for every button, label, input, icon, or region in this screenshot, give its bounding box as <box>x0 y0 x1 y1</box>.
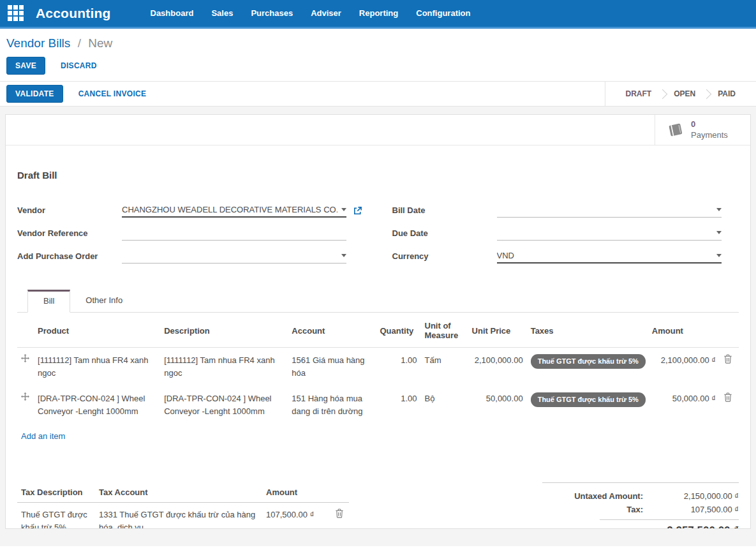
field-grid: Vendor CHANGZHOU WEADELL DECORATIVE MATE… <box>17 201 739 270</box>
caret-down-icon[interactable] <box>341 254 346 257</box>
tax-pill[interactable]: Thuế GTGT được khấu trừ 5% <box>531 392 646 407</box>
form-statusbar-row: VALIDATE CANCEL INVOICE DRAFT OPEN PAID <box>0 81 756 107</box>
add-line-link[interactable]: Add an item <box>21 431 65 441</box>
validate-button[interactable]: VALIDATE <box>6 85 63 103</box>
header-account: Account <box>288 314 376 348</box>
add-purchase-order-field[interactable] <box>122 248 346 264</box>
currency-label: Currency <box>392 251 497 264</box>
header-quantity: Quantity <box>376 314 420 348</box>
cancel-invoice-button[interactable]: CANCEL INVOICE <box>78 89 147 98</box>
app-title[interactable]: Accounting <box>36 6 111 21</box>
nav-dashboard[interactable]: Dashboard <box>142 0 203 27</box>
cell-taxes[interactable]: Thuế GTGT được khấu trừ 5% <box>527 348 648 387</box>
nav-configuration[interactable]: Configuration <box>407 0 479 27</box>
totals-panel: Untaxed Amount: 2,150,000.00 ₫ Tax: 107,… <box>542 482 739 529</box>
tax-pill[interactable]: Thuế GTGT được khấu trừ 5% <box>531 354 646 369</box>
nav-sales[interactable]: Sales <box>202 0 242 27</box>
cell-amount: 50,000.00 ₫ <box>648 386 720 424</box>
delete-row-button[interactable] <box>720 386 739 424</box>
button-box: 0 Payments <box>6 115 750 145</box>
cell-tax-description[interactable]: Thuế GTGT được khấu trừ 5% <box>17 502 95 529</box>
cell-description[interactable]: [DRA-TPR-CON-024 ] Wheel Conveyor -Lengh… <box>160 386 288 424</box>
drag-handle-icon[interactable] <box>17 348 34 387</box>
page-title: Draft Bill <box>17 170 739 181</box>
table-row[interactable]: [1111112] Tam nhua FR4 xanh ngoc [111111… <box>17 348 739 387</box>
trash-icon[interactable] <box>723 354 732 364</box>
content-area: 0 Payments Draft Bill Vendor CHANGZHOU W… <box>0 107 756 546</box>
header-amount: Amount <box>648 314 720 348</box>
due-date-field[interactable] <box>497 225 722 241</box>
cell-product[interactable]: [1111112] Tam nhua FR4 xanh ngoc <box>34 348 160 387</box>
payments-count: 0 <box>691 119 728 130</box>
cell-product[interactable]: [DRA-TPR-CON-024 ] Wheel Conveyor -Lengh… <box>34 386 160 424</box>
bill-date-field[interactable] <box>497 202 722 218</box>
statusbar: DRAFT OPEN PAID <box>605 82 756 106</box>
cell-quantity[interactable]: 1.00 <box>376 386 420 424</box>
caret-down-icon[interactable] <box>716 208 722 211</box>
journal-book-icon <box>667 123 685 138</box>
vendor-value[interactable]: CHANGZHOU WEADELL DECORATIVE MATERIALS C… <box>122 205 337 214</box>
page: Accounting Dashboard Sales Purchases Adv… <box>0 0 756 546</box>
breadcrumb-current: New <box>88 36 112 50</box>
external-link-icon[interactable] <box>353 206 362 218</box>
cell-tax-amount[interactable]: 107,500.00 ₫ <box>262 502 331 529</box>
header-product: Product <box>34 314 160 348</box>
cell-account[interactable]: 1561 Giá mua hàng hóa <box>288 348 376 387</box>
main-menu: Dashboard Sales Purchases Adviser Report… <box>142 0 480 27</box>
untaxed-amount-label: Untaxed Amount: <box>574 491 643 501</box>
status-open[interactable]: OPEN <box>662 89 707 98</box>
cell-amount: 2,100,000.00 ₫ <box>648 348 720 387</box>
nav-reporting[interactable]: Reporting <box>350 0 407 27</box>
cell-uom[interactable]: Bộ <box>421 386 468 424</box>
tax-value: 107,500.00 ₫ <box>643 505 739 514</box>
header-taxes: Taxes <box>527 314 648 348</box>
currency-field[interactable]: VND <box>497 248 722 264</box>
delete-row-button[interactable] <box>720 348 739 387</box>
trash-icon[interactable] <box>723 392 732 402</box>
table-row[interactable]: [DRA-TPR-CON-024 ] Wheel Conveyor -Lengh… <box>17 386 739 424</box>
vendor-field[interactable]: CHANGZHOU WEADELL DECORATIVE MATERIALS C… <box>122 202 346 218</box>
nav-purchases[interactable]: Purchases <box>242 0 302 27</box>
save-button[interactable]: SAVE <box>6 57 45 75</box>
payments-button[interactable]: 0 Payments <box>655 115 750 145</box>
tab-other-info[interactable]: Other Info <box>70 290 138 313</box>
header-tax-description: Tax Description <box>17 482 95 503</box>
tax-lines-table: Tax Description Tax Account Amount Thuế … <box>17 482 349 529</box>
drag-handle-icon[interactable] <box>17 386 34 424</box>
delete-row-button[interactable] <box>331 502 349 529</box>
tab-bill[interactable]: Bill <box>27 290 70 313</box>
tax-header-row: Tax Description Tax Account Amount <box>17 482 349 503</box>
cell-uom[interactable]: Tấm <box>421 348 468 387</box>
payments-label: Payments <box>691 130 728 140</box>
header-tax-account: Tax Account <box>95 482 262 503</box>
breadcrumb-separator: / <box>78 36 81 50</box>
cell-tax-account[interactable]: 1331 Thuế GTGT được khấu trừ của hàng hó… <box>95 502 262 529</box>
cell-description[interactable]: [1111112] Tam nhua FR4 xanh ngoc <box>160 348 288 387</box>
vendor-reference-field[interactable] <box>122 225 346 241</box>
caret-down-icon[interactable] <box>716 254 722 257</box>
cell-taxes[interactable]: Thuế GTGT được khấu trừ 5% <box>527 386 648 424</box>
apps-grid-icon[interactable] <box>8 5 24 22</box>
due-date-label: Due Date <box>392 228 497 241</box>
totals-divider <box>600 519 739 520</box>
status-draft[interactable]: DRAFT <box>614 89 663 98</box>
discard-button[interactable]: DISCARD <box>61 61 97 70</box>
cell-account[interactable]: 151 Hàng hóa mua dang di trên dường <box>288 386 376 424</box>
caret-down-icon[interactable] <box>341 208 346 211</box>
header-unit-price: Unit Price <box>468 314 527 348</box>
status-paid[interactable]: PAID <box>706 89 747 98</box>
table-row[interactable]: Thuế GTGT được khấu trừ 5% 1331 Thuế GTG… <box>17 502 349 529</box>
vendor-label: Vendor <box>17 205 122 218</box>
nav-adviser[interactable]: Adviser <box>302 0 350 27</box>
lines-header-row: Product Description Account Quantity Uni… <box>17 314 739 348</box>
trash-icon[interactable] <box>335 509 344 518</box>
breadcrumb: Vendor Bills / New <box>6 36 750 50</box>
invoice-lines-table: Product Description Account Quantity Uni… <box>17 314 739 425</box>
breadcrumb-vendor-bills[interactable]: Vendor Bills <box>6 36 70 50</box>
cell-unit-price[interactable]: 50,000.00 <box>468 386 527 424</box>
header-tax-amount: Amount <box>262 482 331 503</box>
currency-value[interactable]: VND <box>497 251 713 260</box>
cell-quantity[interactable]: 1.00 <box>376 348 420 387</box>
cell-unit-price[interactable]: 2,100,000.00 <box>468 348 527 387</box>
caret-down-icon[interactable] <box>716 231 722 234</box>
